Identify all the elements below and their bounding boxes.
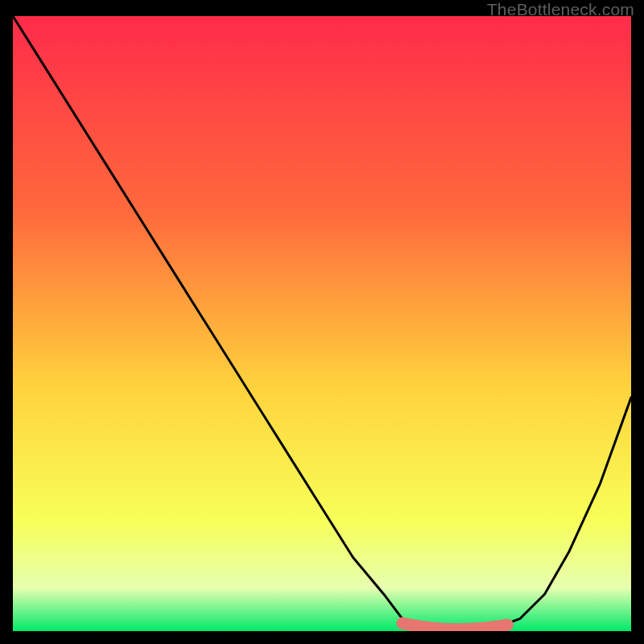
chart-area <box>13 16 631 631</box>
bottleneck-chart <box>13 16 631 631</box>
gradient-background <box>13 16 631 631</box>
watermark-label: TheBottleneck.com <box>487 0 634 19</box>
optimal-range-highlight <box>402 623 508 630</box>
